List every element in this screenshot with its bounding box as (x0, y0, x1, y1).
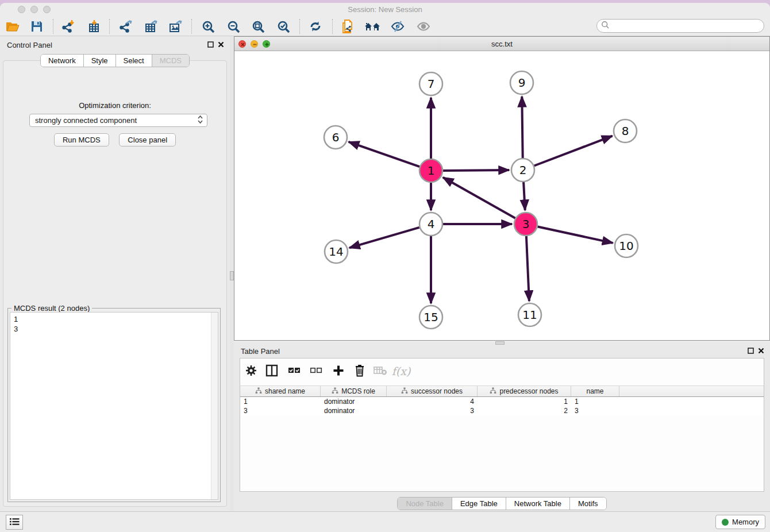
delete-table-button[interactable] (371, 362, 390, 380)
table-tab-edge-table[interactable]: Edge Table (452, 498, 506, 510)
search-input[interactable] (610, 22, 764, 30)
edge-2-3[interactable] (523, 182, 525, 210)
close-panel-icon[interactable] (218, 41, 224, 49)
node-9[interactable]: 9 (510, 71, 533, 94)
criterion-dropdown[interactable]: strongly connected component (29, 114, 207, 127)
select-all-rows-button[interactable] (285, 362, 303, 380)
zoom-in-button[interactable] (199, 18, 217, 35)
tab-mcds[interactable]: MCDS (152, 55, 189, 67)
node-6[interactable]: 6 (324, 126, 347, 149)
edge-3-10[interactable] (538, 227, 613, 243)
import-network-icon (61, 20, 75, 33)
mcds-result-textarea[interactable]: 1 3 (10, 312, 218, 500)
column-header-predecessor-nodes[interactable]: predecessor nodes (478, 386, 571, 396)
save-session-button[interactable] (28, 18, 46, 35)
edge-1-6[interactable] (349, 142, 420, 167)
table-cell[interactable]: 1 (240, 398, 321, 406)
search-field[interactable] (596, 19, 764, 33)
export-table-icon (144, 20, 157, 33)
table-tab-node-table[interactable]: Node Table (398, 498, 452, 510)
column-header-successor-nodes[interactable]: successor nodes (387, 386, 478, 396)
table-cell[interactable]: 1 (571, 398, 619, 406)
table-tab-motifs[interactable]: Motifs (570, 498, 606, 510)
table-cell[interactable]: 3 (240, 407, 321, 415)
vertical-splitter[interactable] (230, 36, 234, 511)
export-network-button[interactable] (116, 18, 134, 35)
edge-4-14[interactable] (349, 228, 419, 248)
zoom-selected-icon (277, 20, 290, 33)
hide-panel-button[interactable] (388, 18, 407, 35)
node-15[interactable]: 15 (419, 306, 442, 329)
node-3[interactable]: 3 (514, 213, 537, 236)
open-app-store-button[interactable] (363, 18, 382, 35)
table-header-row: shared nameMCDS rolesuccessor nodesprede… (240, 385, 764, 397)
export-table-button[interactable] (141, 18, 160, 35)
node-8[interactable]: 8 (614, 119, 637, 142)
result-scrollbar[interactable] (211, 313, 218, 499)
task-history-button[interactable] (6, 515, 23, 530)
add-column-button[interactable] (329, 362, 348, 380)
edge-1-2[interactable] (443, 170, 509, 171)
table-cell[interactable]: dominator (321, 398, 387, 406)
network-window-titlebar[interactable]: scc.txt (234, 37, 769, 51)
import-network-button[interactable] (59, 18, 77, 35)
column-header-shared-name[interactable]: shared name (240, 386, 321, 396)
table-row[interactable]: 1dominator411 (240, 397, 764, 406)
function-builder-button[interactable]: f(x) (392, 362, 410, 380)
zoom-out-button[interactable] (224, 18, 242, 35)
export-image-button[interactable] (166, 18, 184, 35)
show-panel-button[interactable] (414, 18, 433, 35)
node-4[interactable]: 4 (419, 213, 442, 236)
table-tab-network-table[interactable]: Network Table (506, 498, 570, 510)
close-table-panel-icon[interactable] (758, 347, 764, 356)
tab-network[interactable]: Network (41, 55, 84, 67)
apply-layout-button[interactable] (306, 18, 325, 35)
open-session-button[interactable] (3, 18, 22, 35)
tab-style[interactable]: Style (84, 55, 116, 67)
delete-column-button[interactable] (351, 362, 369, 380)
table-cell[interactable]: 4 (387, 398, 478, 406)
network-canvas[interactable]: 7968124314101511 (234, 51, 769, 340)
import-table-button[interactable] (85, 18, 103, 35)
svg-text:6: 6 (332, 130, 340, 144)
table-settings-button[interactable] (242, 362, 260, 380)
table-cell[interactable]: 3 (387, 407, 478, 415)
horizontal-splitter-handle[interactable] (495, 341, 505, 345)
table-panel: Table Panel f(x) shared nameMCDS rolesuc… (234, 342, 770, 511)
edge-2-9[interactable] (522, 97, 522, 158)
tab-select[interactable]: Select (116, 55, 152, 67)
toolbar-separator (109, 19, 110, 34)
table-cell[interactable]: dominator (321, 407, 387, 415)
table-row[interactable]: 3dominator323 (240, 406, 764, 415)
table-cell[interactable]: 3 (571, 407, 619, 415)
memory-button[interactable]: Memory (715, 515, 765, 529)
status-bar: Memory (0, 511, 770, 532)
clone-network-button[interactable] (338, 18, 357, 35)
close-panel-button[interactable]: Close panel (119, 133, 176, 147)
deselect-all-rows-button[interactable] (307, 362, 325, 380)
deselect-all-icon (309, 365, 323, 377)
node-14[interactable]: 14 (325, 240, 348, 263)
edge-3-11[interactable] (526, 236, 529, 301)
splitter-handle[interactable] (230, 271, 234, 280)
edge-3-1[interactable] (443, 178, 515, 218)
table-cell[interactable]: 2 (478, 407, 571, 415)
edge-2-8[interactable] (534, 136, 613, 166)
node-10[interactable]: 10 (615, 234, 638, 257)
column-header-name[interactable]: name (571, 386, 619, 396)
zoom-selected-button[interactable] (274, 18, 292, 35)
toggle-column-view-button[interactable] (263, 362, 281, 380)
run-mcds-button[interactable]: Run MCDS (54, 133, 109, 147)
float-panel-icon[interactable] (207, 41, 214, 49)
toolbar-separator (53, 19, 53, 34)
float-table-panel-icon[interactable] (748, 347, 754, 356)
network-window-title: scc.txt (234, 40, 769, 48)
node-1[interactable]: 1 (419, 159, 442, 182)
node-7[interactable]: 7 (419, 72, 442, 95)
node-11[interactable]: 11 (518, 303, 541, 326)
memory-label: Memory (732, 518, 759, 526)
table-cell[interactable]: 1 (478, 398, 571, 406)
column-header-MCDS-role[interactable]: MCDS role (321, 386, 387, 396)
zoom-fit-button[interactable] (249, 18, 267, 35)
node-2[interactable]: 2 (511, 159, 534, 182)
